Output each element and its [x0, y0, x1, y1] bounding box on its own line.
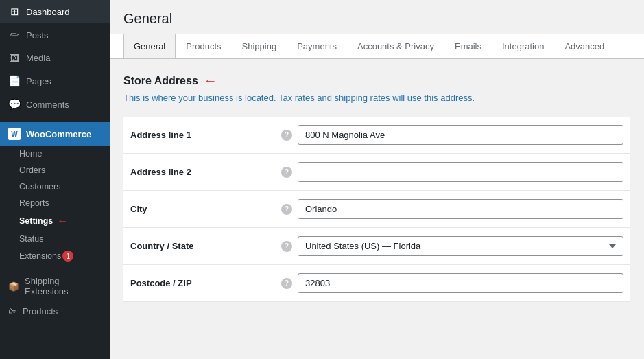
field-label-country-state: Country / State — [123, 228, 274, 265]
sidebar-label-pages: Pages — [26, 76, 102, 86]
tab-general[interactable]: General — [123, 34, 176, 58]
sidebar-item-posts[interactable]: ✏ Posts — [0, 23, 110, 47]
main-content: General General Products Shipping Paymen… — [110, 0, 644, 359]
sidebar-label-posts: Posts — [26, 30, 102, 40]
field-label-postcode: Postcode / ZIP — [123, 265, 274, 302]
sidebar-sub-home[interactable]: Home — [19, 146, 110, 162]
address1-input[interactable] — [298, 125, 623, 145]
sidebar-item-media[interactable]: 🖼 Media — [0, 47, 110, 69]
country-state-field-row: ? United States (US) — Florida — [281, 236, 623, 256]
field-label-city: City — [123, 191, 274, 228]
table-row: Country / State ? United States (US) — F… — [123, 228, 630, 265]
address2-input[interactable] — [298, 162, 623, 182]
sidebar-item-products[interactable]: 🛍 Products — [0, 301, 110, 321]
table-row: Address line 2 ? — [123, 154, 630, 191]
address1-help-icon[interactable]: ? — [281, 130, 292, 141]
postcode-field-row: ? — [281, 273, 623, 293]
sidebar-label-media: Media — [26, 53, 102, 63]
divider-2 — [0, 268, 110, 268]
woo-label: WooCommerce — [26, 129, 91, 139]
sidebar: ⊞ Dashboard ✏ Posts 🖼 Media 📄 Pages 💬 Co… — [0, 0, 110, 359]
field-label-address2: Address line 2 — [123, 154, 274, 191]
sidebar-sub-orders[interactable]: Orders — [19, 162, 110, 178]
shipping-ext-label: Shipping Extensions — [25, 276, 102, 297]
tab-accounts-privacy[interactable]: Accounts & Privacy — [347, 34, 444, 58]
tab-emails[interactable]: Emails — [444, 34, 492, 58]
sidebar-sub-status[interactable]: Status — [19, 231, 110, 247]
tab-payments[interactable]: Payments — [287, 34, 347, 58]
city-input[interactable] — [298, 199, 623, 219]
sidebar-label-dashboard: Dashboard — [26, 7, 102, 17]
extensions-badge: 1 — [62, 251, 73, 262]
posts-icon: ✏ — [8, 29, 21, 41]
page-title: General — [110, 0, 644, 34]
address1-field-row: ? — [281, 125, 623, 145]
postcode-input[interactable] — [298, 273, 623, 293]
city-field-row: ? — [281, 199, 623, 219]
country-state-select[interactable]: United States (US) — Florida — [298, 236, 623, 256]
comments-icon: 💬 — [8, 98, 21, 111]
shipping-ext-icon: 📦 — [8, 281, 19, 292]
tabs-container: General Products Shipping Payments Accou… — [110, 34, 644, 58]
woo-icon: W — [8, 128, 21, 140]
media-icon: 🖼 — [8, 52, 21, 64]
settings-arrow: ← — [57, 215, 68, 227]
tab-integration[interactable]: Integration — [492, 34, 554, 58]
pages-icon: 📄 — [8, 75, 21, 87]
tab-advanced[interactable]: Advanced — [554, 34, 615, 58]
sidebar-item-dashboard[interactable]: ⊞ Dashboard — [0, 0, 110, 23]
sidebar-sub-customers[interactable]: Customers — [19, 178, 110, 195]
sidebar-item-shipping-extensions[interactable]: 📦 Shipping Extensions — [0, 271, 110, 301]
sidebar-item-pages[interactable]: 📄 Pages — [0, 69, 110, 93]
sidebar-sub-reports[interactable]: Reports — [19, 195, 110, 211]
settings-content: Store Address ← This is where your busin… — [110, 59, 644, 316]
section-arrow: ← — [204, 73, 217, 89]
products-label: Products — [23, 306, 58, 316]
table-row: Postcode / ZIP ? — [123, 265, 630, 302]
sidebar-item-comments[interactable]: 💬 Comments — [0, 93, 110, 116]
table-row: City ? — [123, 191, 630, 228]
sidebar-sub-settings[interactable]: Settings ← — [19, 211, 110, 231]
section-title: Store Address ← — [123, 73, 630, 89]
dashboard-icon: ⊞ — [8, 5, 21, 18]
sidebar-label-comments: Comments — [26, 100, 102, 110]
woo-submenu: Home Orders Customers Reports Settings ←… — [0, 146, 110, 265]
field-label-address1: Address line 1 — [123, 117, 274, 154]
address2-field-row: ? — [281, 162, 623, 182]
sidebar-sub-extensions[interactable]: Extensions 1 — [19, 247, 110, 265]
tabs-bar: General Products Shipping Payments Accou… — [110, 34, 644, 59]
divider-1 — [0, 119, 110, 119]
products-icon: 🛍 — [8, 306, 17, 316]
postcode-help-icon[interactable]: ? — [281, 278, 292, 289]
address2-help-icon[interactable]: ? — [281, 167, 292, 178]
tab-shipping[interactable]: Shipping — [232, 34, 287, 58]
country-state-help-icon[interactable]: ? — [281, 241, 292, 252]
table-row: Address line 1 ? — [123, 117, 630, 154]
section-description: This is where your business is located. … — [123, 93, 630, 103]
settings-form-table: Address line 1 ? Address line 2 ? — [123, 117, 630, 302]
woocommerce-header[interactable]: W WooCommerce — [0, 122, 110, 146]
tab-products[interactable]: Products — [176, 34, 231, 58]
city-help-icon[interactable]: ? — [281, 204, 292, 215]
